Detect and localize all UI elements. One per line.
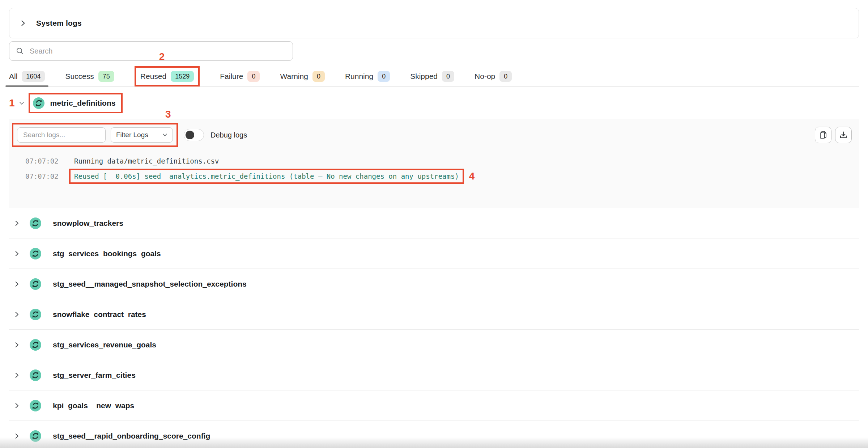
run-name: stg_seed__managed_snapshot_selection_exc… bbox=[53, 280, 247, 288]
sync-icon bbox=[30, 339, 41, 351]
tab-success[interactable]: Success 75 bbox=[65, 67, 114, 86]
sync-icon bbox=[30, 430, 41, 442]
system-logs-header-card: System logs bbox=[9, 8, 859, 38]
tab-count-badge: 1604 bbox=[22, 71, 45, 82]
tab-reused[interactable]: Reused 1529 2 bbox=[135, 67, 200, 86]
debug-logs-toggle[interactable] bbox=[184, 129, 204, 141]
chevron-right-icon[interactable] bbox=[14, 311, 20, 318]
status-tabs: All 1604 Success 75 Reused 1529 2 Failur… bbox=[9, 67, 859, 87]
sync-icon bbox=[30, 217, 41, 229]
chevron-right-icon[interactable] bbox=[14, 250, 20, 257]
debug-logs-label: Debug logs bbox=[210, 131, 247, 139]
expanded-item-name: metric_definitions bbox=[50, 99, 116, 107]
run-row-metric-definitions[interactable]: 1 metric_definitions bbox=[9, 92, 859, 114]
tab-count-badge: 1529 bbox=[171, 71, 194, 82]
tab-count-badge: 0 bbox=[312, 71, 325, 82]
tab-all[interactable]: All 1604 bbox=[9, 67, 45, 86]
filter-logs-select[interactable]: Filter Logs bbox=[111, 127, 173, 143]
annotation-box-2: Reused 1529 2 bbox=[135, 66, 200, 86]
chevron-down-icon[interactable] bbox=[18, 101, 25, 106]
tab-label: Reused bbox=[140, 72, 166, 81]
search-bar bbox=[9, 41, 293, 61]
tab-label: All bbox=[9, 72, 17, 81]
annotation-box-1: metric_definitions bbox=[29, 93, 123, 113]
sync-icon bbox=[30, 309, 41, 320]
chevron-right-icon[interactable] bbox=[14, 220, 20, 227]
run-row[interactable]: stg_services_revenue_goals bbox=[9, 330, 859, 360]
download-logs-button[interactable] bbox=[835, 127, 852, 143]
sync-icon bbox=[30, 369, 41, 381]
chevron-right-icon[interactable] bbox=[14, 402, 20, 409]
page-title: System logs bbox=[36, 19, 82, 28]
tab-count-badge: 0 bbox=[499, 71, 512, 82]
log-line: 07:07:02 Running data/metric_definitions… bbox=[16, 153, 852, 169]
log-lines: 07:07:02 Running data/metric_definitions… bbox=[16, 153, 852, 184]
log-panel: Filter Logs 3 Debug logs bbox=[9, 119, 859, 208]
annotation-number-3: 3 bbox=[165, 109, 171, 120]
chevron-right-icon[interactable] bbox=[14, 281, 20, 287]
copy-logs-button[interactable] bbox=[815, 127, 831, 143]
log-search-input[interactable] bbox=[17, 127, 106, 143]
run-row[interactable]: snowflake_contract_rates bbox=[9, 299, 859, 330]
tab-count-badge: 0 bbox=[442, 71, 454, 82]
tab-label: Warning bbox=[280, 72, 308, 81]
log-message: Running data/metric_definitions.csv bbox=[74, 157, 219, 165]
log-message-reused: Reused [ 0.06s] seed analytics.metric_de… bbox=[74, 172, 459, 180]
tab-label: Success bbox=[65, 72, 94, 81]
filter-logs-label: Filter Logs bbox=[116, 131, 148, 139]
sync-icon bbox=[30, 248, 41, 259]
tab-label: Running bbox=[345, 72, 373, 81]
tab-failure[interactable]: Failure 0 bbox=[220, 67, 260, 86]
sync-icon bbox=[30, 400, 41, 411]
log-timestamp: 07:07:02 bbox=[25, 157, 69, 165]
tab-count-badge: 75 bbox=[98, 71, 114, 82]
chevron-right-icon[interactable] bbox=[14, 372, 20, 379]
run-row[interactable]: stg_seed__managed_snapshot_selection_exc… bbox=[9, 269, 859, 299]
tab-label: Skipped bbox=[410, 72, 438, 81]
run-name: stg_server_farm_cities bbox=[53, 371, 136, 380]
run-name: stg_services_revenue_goals bbox=[53, 341, 156, 349]
copy-icon bbox=[819, 131, 827, 139]
run-list: snowplow_trackers stg_services_bookings_… bbox=[9, 208, 859, 448]
toggle-knob bbox=[186, 131, 194, 139]
tab-label: No-op bbox=[475, 72, 495, 81]
main-content: System logs All 1604 Success 75 Reused 1… bbox=[9, 8, 859, 448]
log-timestamp: 07:07:02 bbox=[25, 172, 69, 180]
chevron-down-icon bbox=[162, 133, 167, 137]
chevron-right-icon[interactable] bbox=[20, 20, 26, 27]
run-row[interactable]: stg_server_farm_cities bbox=[9, 360, 859, 390]
run-row[interactable]: kpi_goals__new_waps bbox=[9, 390, 859, 421]
tab-count-badge: 0 bbox=[247, 71, 260, 82]
chevron-right-icon[interactable] bbox=[14, 342, 20, 348]
sync-icon bbox=[30, 278, 41, 290]
tab-count-badge: 0 bbox=[378, 71, 390, 82]
run-name: stg_services_bookings_goals bbox=[53, 249, 161, 258]
log-line: 07:07:02 Reused [ 0.06s] seed analytics.… bbox=[16, 169, 852, 184]
annotation-number-1: 1 bbox=[9, 97, 15, 109]
run-name: snowflake_contract_rates bbox=[53, 310, 146, 319]
tab-running[interactable]: Running 0 bbox=[345, 67, 390, 86]
annotation-box-3: Filter Logs 3 bbox=[12, 123, 178, 147]
annotation-box-4: Reused [ 0.06s] seed analytics.metric_de… bbox=[69, 169, 464, 184]
run-row[interactable]: snowplow_trackers bbox=[9, 208, 859, 238]
download-icon bbox=[839, 131, 848, 139]
tab-warning[interactable]: Warning 0 bbox=[280, 67, 324, 86]
run-name: kpi_goals__new_waps bbox=[53, 401, 134, 410]
tab-skipped[interactable]: Skipped 0 bbox=[410, 67, 454, 86]
run-name: snowplow_trackers bbox=[53, 219, 123, 228]
search-icon bbox=[16, 47, 24, 55]
chevron-right-icon[interactable] bbox=[14, 433, 20, 439]
tab-label: Failure bbox=[220, 72, 243, 81]
run-name: stg_seed__rapid_onboarding_score_config bbox=[53, 432, 210, 440]
tab-noop[interactable]: No-op 0 bbox=[475, 67, 512, 86]
annotation-number-4: 4 bbox=[469, 170, 475, 182]
search-input[interactable] bbox=[29, 47, 286, 56]
sync-icon bbox=[33, 97, 44, 109]
annotation-number-2: 2 bbox=[159, 51, 165, 63]
log-toolbar: Filter Logs 3 Debug logs bbox=[16, 123, 852, 147]
run-row[interactable]: stg_services_bookings_goals bbox=[9, 238, 859, 269]
run-row[interactable]: stg_seed__rapid_onboarding_score_config bbox=[9, 421, 859, 448]
